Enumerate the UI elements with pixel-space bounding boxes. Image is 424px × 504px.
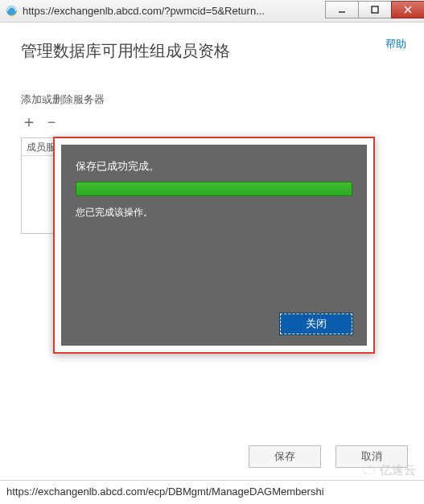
status-bar-url: https://exchangenlb.abcd.com/ecp/DBMgmt/… [6,486,324,498]
address-bar-url: https://exchangenlb.abcd.com/?pwmcid=5&R… [23,5,325,17]
dialog-message: 您已完成该操作。 [76,206,352,219]
watermark-text: 亿速云 [380,463,416,478]
progress-bar [76,182,352,196]
svg-rect-3 [372,6,378,13]
window-controls [325,0,424,22]
status-bar: https://exchangenlb.abcd.com/ecp/DBMgmt/… [0,480,424,504]
remove-server-button[interactable]: － [43,113,60,129]
add-remove-toolbar: ＋ － [21,113,403,129]
section-label: 添加或删除服务器 [21,92,403,107]
close-window-button[interactable] [391,1,424,18]
page-title: 管理数据库可用性组成员资格 [21,40,403,62]
dialog-title: 保存已成功完成。 [76,159,352,174]
window-titlebar: https://exchangenlb.abcd.com/?pwmcid=5&R… [0,0,424,23]
ie-icon [5,5,18,18]
progress-dialog: 保存已成功完成。 您已完成该操作。 关闭 [53,137,375,354]
maximize-button[interactable] [358,1,392,18]
watermark: 亿速云 [362,463,416,478]
add-server-button[interactable]: ＋ [21,113,37,129]
minimize-button[interactable] [325,1,359,18]
dialog-close-button[interactable]: 关闭 [280,313,352,334]
help-link[interactable]: 帮助 [385,37,406,51]
save-button[interactable]: 保存 [249,445,321,468]
